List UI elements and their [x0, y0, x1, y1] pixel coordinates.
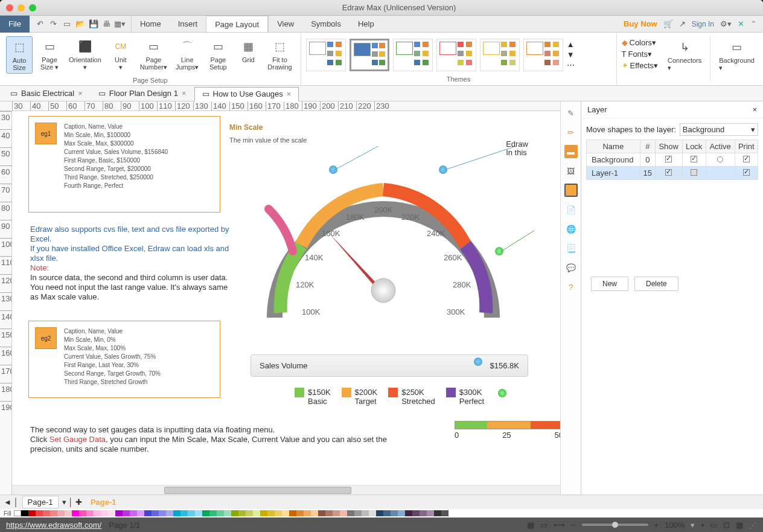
color-swatch[interactable] [231, 510, 238, 516]
color-swatch[interactable] [72, 510, 79, 516]
zoom-window-icon[interactable] [29, 4, 36, 11]
comment-icon[interactable]: 💬 [564, 261, 578, 274]
auto-size-button[interactable]: ⬚Auto Size [6, 36, 33, 74]
resize-grip-icon[interactable]: ⋰ [749, 521, 757, 530]
color-swatch[interactable] [246, 510, 253, 516]
color-swatch[interactable] [383, 510, 391, 516]
redo-button[interactable]: ↷ [48, 18, 60, 30]
fit-drawing-button[interactable]: ⬚Fit to Drawing [265, 36, 294, 74]
color-swatch[interactable] [202, 510, 209, 516]
color-swatch[interactable] [28, 510, 36, 516]
fill-icon[interactable]: . [564, 184, 578, 197]
color-swatch[interactable] [238, 510, 246, 516]
page-icon[interactable]: 📄 [564, 203, 578, 216]
doc-icon[interactable]: 📃 [564, 242, 578, 255]
color-swatch[interactable] [369, 510, 376, 516]
delete-layer-button[interactable]: Delete [634, 277, 678, 291]
color-swatch[interactable] [289, 510, 296, 516]
tab-symbols[interactable]: Symbols [302, 16, 350, 32]
page-number-button[interactable]: ▭Page Number▾ [138, 36, 170, 74]
color-swatch[interactable] [101, 510, 108, 516]
color-swatch[interactable] [166, 510, 173, 516]
color-swatch[interactable] [50, 510, 57, 516]
pencil-icon[interactable]: ✏ [564, 126, 578, 139]
effects-button[interactable]: ✦Effects▾ [622, 60, 659, 71]
status-icon[interactable]: ▭ [540, 521, 548, 530]
export-icon[interactable]: ▦▾ [114, 18, 126, 30]
doc-tab[interactable]: ▭Basic Electrical× [2, 86, 91, 101]
color-swatch[interactable] [79, 510, 86, 516]
globe-icon[interactable]: 🌐 [564, 222, 578, 236]
color-swatch[interactable] [152, 510, 159, 516]
layer-row[interactable]: Background0 [587, 153, 758, 167]
grid-button[interactable]: ▦Grid [235, 36, 261, 74]
zoom-in-icon[interactable]: + [654, 521, 659, 530]
close-tab-icon[interactable]: × [287, 89, 292, 98]
color-swatch[interactable] [144, 510, 152, 516]
color-swatch[interactable] [195, 510, 202, 516]
page-more-icon[interactable]: ▾ │ ✚ [62, 498, 82, 507]
color-swatch[interactable] [340, 510, 347, 516]
theme-thumb[interactable] [436, 39, 476, 71]
color-swatch[interactable] [86, 510, 94, 516]
page-size-button[interactable]: ▭Page Size ▾ [36, 36, 63, 74]
mini-gauge[interactable]: 02550 [455, 421, 560, 440]
color-swatch[interactable] [296, 510, 304, 516]
theme-thumb[interactable] [306, 39, 346, 71]
colors-button[interactable]: ◆Colors▾ [622, 37, 659, 48]
color-swatch[interactable] [94, 510, 101, 516]
color-swatch[interactable] [362, 510, 369, 516]
color-swatch[interactable] [427, 510, 434, 516]
status-icon[interactable]: ▦ [736, 521, 743, 530]
color-swatch[interactable] [115, 510, 123, 516]
gauge-widget[interactable]: Min Scale The min value of the scale 100… [251, 123, 528, 406]
color-swatch[interactable] [354, 510, 362, 516]
canvas[interactable]: eg1 Caption, Name, ValueMin Scale, Min, … [12, 111, 560, 495]
tab-insert[interactable]: Insert [170, 16, 206, 32]
connectors-button[interactable]: ↳Connectors ▾ [663, 36, 706, 82]
color-swatch[interactable] [391, 510, 398, 516]
color-swatch[interactable] [43, 510, 50, 516]
color-swatch[interactable] [57, 510, 65, 516]
color-swatch[interactable] [311, 510, 318, 516]
status-url[interactable]: https://www.edrawsoft.com/ [6, 521, 101, 530]
close-tab-icon[interactable]: × [78, 89, 83, 98]
color-swatch[interactable] [347, 510, 354, 516]
color-swatch[interactable] [376, 510, 383, 516]
status-icon[interactable]: ▦ [527, 521, 534, 530]
print-icon[interactable]: 🖶 [101, 18, 113, 30]
fonts-button[interactable]: TFonts▾ [622, 49, 659, 59]
cart-icon[interactable]: 🛒 [663, 19, 673, 28]
page-setup-button[interactable]: ▭Page Setup [205, 36, 231, 74]
callout-dot-icon[interactable] [498, 389, 506, 397]
doc-tab-active[interactable]: ▭How to Use Gauges× [194, 87, 299, 101]
color-swatch[interactable] [108, 510, 115, 516]
color-swatch[interactable] [123, 510, 130, 516]
color-swatch[interactable] [209, 510, 217, 516]
new-doc-icon[interactable]: ▭ [61, 18, 73, 30]
color-swatch[interactable] [412, 510, 420, 516]
color-swatch[interactable] [405, 510, 412, 516]
share-icon[interactable]: ↗ [679, 19, 686, 28]
tab-help[interactable]: Help [350, 16, 383, 32]
layer-row[interactable]: Layer-115 [587, 167, 758, 180]
color-swatch[interactable] [441, 510, 449, 516]
format-icon[interactable]: ✎ [564, 106, 578, 120]
open-icon[interactable]: 📂 [74, 18, 86, 30]
help-icon[interactable]: ? [564, 280, 578, 293]
status-icon[interactable]: ⊡ [723, 521, 730, 530]
color-swatch[interactable] [14, 510, 21, 516]
collapse-ribbon-icon[interactable]: ⌃ [750, 19, 757, 28]
themes-more-icon[interactable]: ⋯ [567, 60, 575, 69]
save-icon[interactable]: 💾 [88, 18, 100, 30]
theme-thumb[interactable] [393, 39, 433, 71]
layer-dropdown[interactable]: Background ▾ [680, 123, 758, 136]
color-swatch[interactable] [217, 510, 224, 516]
status-icon[interactable]: ▭ [710, 521, 717, 530]
layer-icon[interactable]: ▬ [564, 145, 578, 158]
themes-up-icon[interactable]: ▲ [567, 40, 575, 49]
buy-now-link[interactable]: Buy Now [624, 19, 657, 28]
image-icon[interactable]: 🖼 [564, 164, 578, 178]
minimize-window-icon[interactable] [18, 4, 25, 11]
theme-thumb[interactable] [523, 39, 563, 71]
